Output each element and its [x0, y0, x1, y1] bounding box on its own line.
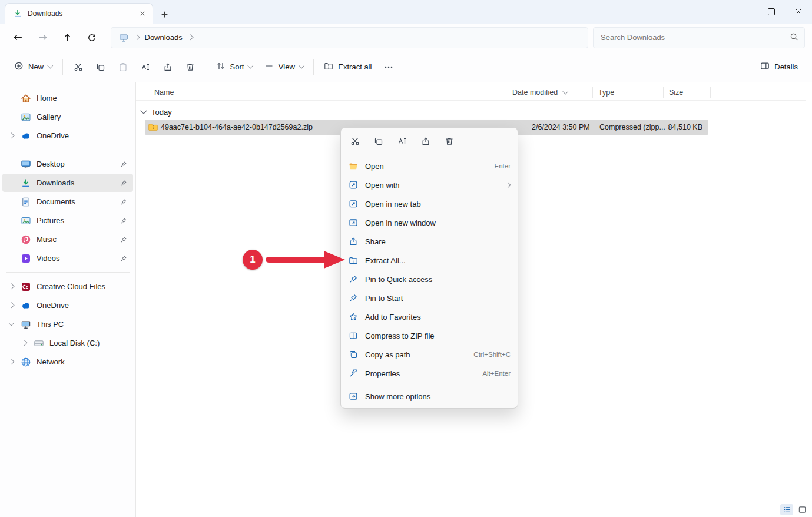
pin-icon	[120, 217, 127, 224]
new-icon	[14, 61, 24, 72]
onedrive-icon	[21, 300, 31, 311]
address-bar: Downloads	[0, 24, 812, 51]
chevron-down-icon	[299, 63, 304, 68]
new-label: New	[28, 62, 44, 71]
search-box	[593, 27, 805, 48]
pin-icon	[348, 274, 359, 284]
menu-item-open-in-new-window[interactable]: Open in new window	[343, 213, 515, 232]
context-menu: Open Enter Open with Open in new tab Ope…	[340, 127, 518, 409]
menu-item-share[interactable]: Share	[343, 232, 515, 251]
sort-button[interactable]: Sort	[210, 57, 258, 78]
close-tab-icon[interactable]	[136, 7, 149, 20]
sidebar-item-home[interactable]: Home	[2, 89, 133, 107]
up-icon[interactable]	[57, 28, 78, 48]
sidebar-item-creative-cloud[interactable]: Creative Cloud Files	[2, 277, 133, 296]
chevron-down-icon[interactable]	[7, 323, 15, 325]
menu-item-properties[interactable]: Properties Alt+Enter	[343, 364, 515, 383]
sidebar-item-onedrive-2[interactable]: OneDrive	[2, 296, 133, 314]
chevron-right-icon	[187, 35, 193, 40]
close-button[interactable]	[785, 0, 812, 24]
menu-item-open-with[interactable]: Open with	[343, 175, 515, 194]
chevron-right-icon[interactable]	[20, 341, 28, 345]
desktop-icon	[21, 159, 31, 170]
chevron-down-icon	[48, 63, 53, 68]
paste-button[interactable]	[112, 57, 134, 78]
chevron-right-icon[interactable]	[7, 360, 15, 364]
view-icon	[264, 61, 274, 72]
minimize-button[interactable]	[731, 0, 758, 24]
sidebar-item-pictures[interactable]: Pictures	[2, 211, 133, 230]
properties-icon	[348, 369, 359, 378]
onedrive-icon	[21, 131, 31, 141]
group-label: Today	[151, 108, 172, 117]
forward-icon[interactable]	[32, 28, 53, 48]
sidebar-item-music[interactable]: Music	[2, 230, 133, 248]
sidebar-item-local-disk-c[interactable]: Local Disk (C:)	[2, 334, 133, 352]
share-button[interactable]	[157, 57, 179, 78]
sidebar-item-documents[interactable]: Documents	[2, 193, 133, 211]
more-options-button[interactable]	[377, 57, 400, 78]
menu-item-extract-all[interactable]: Extract All...	[343, 251, 515, 270]
menu-item-add-to-favorites[interactable]: Add to Favorites	[343, 307, 515, 326]
refresh-icon[interactable]	[81, 28, 102, 48]
column-header-type[interactable]: Type	[598, 85, 614, 100]
breadcrumb[interactable]: Downloads	[111, 27, 588, 48]
view-button[interactable]: View	[258, 57, 309, 78]
extract-all-button[interactable]: Extract all	[318, 57, 377, 78]
new-tab-button[interactable]	[158, 8, 171, 21]
details-pane-button[interactable]: Details	[754, 57, 804, 78]
new-tab-icon	[348, 199, 359, 208]
delete-icon[interactable]	[439, 131, 460, 151]
group-header-today[interactable]: Today	[141, 105, 172, 119]
column-header-name[interactable]: Name	[154, 85, 174, 100]
tab-downloads[interactable]: Downloads	[5, 3, 153, 24]
pin-icon	[120, 161, 127, 168]
rename-button[interactable]	[134, 57, 157, 78]
chevron-right-icon[interactable]	[7, 284, 15, 289]
sort-label: Sort	[230, 62, 244, 71]
list-view-icon[interactable]	[780, 504, 793, 515]
column-header-size[interactable]: Size	[669, 85, 683, 100]
column-header-date-modified[interactable]: Date modified	[512, 85, 568, 100]
file-explorer-window: Downloads	[0, 0, 812, 517]
sidebar-item-this-pc[interactable]: This PC	[2, 315, 133, 333]
maximize-button[interactable]	[758, 0, 785, 24]
copy-icon[interactable]	[368, 131, 389, 151]
chevron-right-icon[interactable]	[7, 303, 15, 307]
sidebar-item-downloads[interactable]: Downloads	[2, 174, 133, 192]
sidebar-item-network[interactable]: Network	[2, 353, 133, 371]
share-icon[interactable]	[415, 131, 436, 151]
search-icon[interactable]	[790, 32, 798, 43]
menu-item-show-more-options[interactable]: Show more options	[343, 387, 515, 406]
show-more-icon	[348, 392, 359, 401]
search-input[interactable]	[599, 32, 785, 42]
menu-item-compress-to-zip[interactable]: Compress to ZIP file	[343, 326, 515, 345]
cut-icon[interactable]	[344, 131, 366, 151]
sidebar-item-desktop[interactable]: Desktop	[2, 155, 133, 173]
divider	[6, 150, 130, 150]
home-icon	[21, 93, 31, 104]
menu-item-open-in-new-tab[interactable]: Open in new tab	[343, 194, 515, 213]
menu-item-pin-to-quick-access[interactable]: Pin to Quick access	[343, 270, 515, 289]
delete-button[interactable]	[179, 57, 201, 78]
copy-button[interactable]	[90, 57, 112, 78]
menu-item-pin-to-start[interactable]: Pin to Start	[343, 289, 515, 307]
cut-button[interactable]	[67, 57, 90, 78]
pin-icon	[120, 255, 127, 262]
thumbnail-view-icon[interactable]	[796, 504, 808, 515]
details-pane-icon	[760, 61, 770, 72]
sidebar-item-onedrive[interactable]: OneDrive	[2, 127, 133, 145]
menu-item-open[interactable]: Open Enter	[343, 157, 515, 175]
divider	[62, 59, 63, 75]
compress-icon	[348, 331, 359, 340]
local-disk-icon	[34, 338, 44, 349]
tab-title: Downloads	[28, 9, 131, 18]
rename-icon[interactable]	[392, 131, 413, 151]
back-icon[interactable]	[7, 28, 28, 48]
breadcrumb-location[interactable]: Downloads	[145, 33, 183, 42]
sidebar-item-gallery[interactable]: Gallery	[2, 108, 133, 126]
menu-item-copy-as-path[interactable]: Copy as path Ctrl+Shift+C	[343, 345, 515, 364]
chevron-right-icon[interactable]	[7, 134, 15, 138]
new-button[interactable]: New	[8, 57, 58, 78]
sidebar-item-videos[interactable]: Videos	[2, 249, 133, 267]
